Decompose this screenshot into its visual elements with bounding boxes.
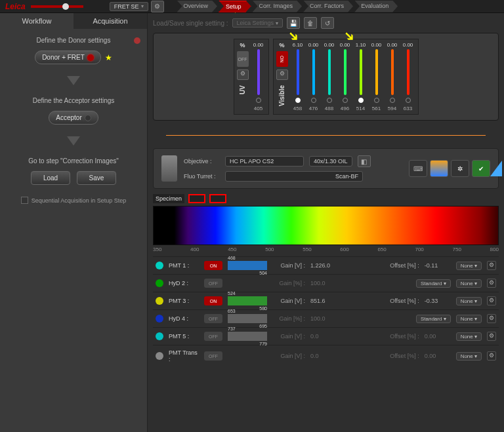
visible-toggle[interactable]: ON [276,51,288,67]
detector-none-select[interactable]: None ▾ [456,262,482,270]
detector-toggle[interactable]: ON [204,261,222,270]
laser-slider-633[interactable] [407,49,410,95]
laser-slider-458[interactable] [297,49,299,95]
wizard-tab-corr-images[interactable]: Corr. Images [253,1,303,12]
detector-toggle[interactable]: ON [204,296,222,305]
gain-value: 100.0 [310,315,343,322]
laser-slider-488[interactable] [328,49,331,95]
detector-name: HyD 2 : [169,280,199,286]
wizard-tab-corr-factors[interactable]: Corr. Factors [303,1,353,12]
detector-toggle[interactable]: OFF [204,351,222,361]
laser-slider-514[interactable] [360,49,362,95]
tab-acquisition[interactable]: Acquisition [74,13,147,29]
fluo-label: Fluo Turret : [184,173,220,180]
detector-name: PMT Trans : [169,349,199,363]
tab-workflow[interactable]: Workflow [0,13,74,29]
arrow-down-icon [67,136,80,146]
gain-label: Gain [V] : [272,353,305,359]
detector-color-icon [156,279,163,287]
visible-label: Visible [278,83,285,109]
laser-panel: ➔ ➔ % OFF ⚙ UV 0.00 405 [153,33,499,121]
leica-settings-dropdown[interactable]: Leica Settings [232,18,284,28]
mode-dropdown[interactable]: FRET SE [110,2,148,11]
offset-label: Offset [%] : [383,298,419,304]
wizard-tab-evaluation[interactable]: Evaluation [354,1,398,12]
offset-value: -0.33 [425,298,451,304]
reel-icon[interactable]: ✲ [451,160,469,177]
laser-indicator [311,98,316,103]
spectrum-display[interactable] [153,206,499,245]
detector-row: PMT 3 : ON 524 580 Gain [V] : 851.6 Offs… [153,292,499,309]
detector-mode-select[interactable]: Standard ▾ [416,279,451,288]
keyboard-icon[interactable]: ⌨ [409,160,427,177]
palette-icon[interactable] [430,160,448,177]
detector-gear-icon[interactable]: ⚙ [487,351,496,361]
save-button[interactable]: Save [77,171,116,185]
gain-label: Gain [V] : [272,262,305,269]
offset-label: Offset [%] : [383,353,419,359]
vis-settings-icon[interactable]: ⚙ [276,69,288,80]
logo: Leica [5,2,26,11]
detector-gear-icon[interactable]: ⚙ [487,279,496,288]
detector-toggle[interactable]: OFF [204,279,222,288]
visible-group: % ON ⚙ Visible 6.10 4580.00 4760.00 4880… [273,39,419,115]
seq-checkbox[interactable] [21,197,28,204]
detector-color-icon [156,262,163,269]
detector-toggle[interactable]: OFF [204,314,222,323]
detector-gear-icon[interactable]: ⚙ [487,332,496,341]
beam-path [166,135,486,136]
uv-laser-slider[interactable] [257,49,260,95]
donor-fret-button[interactable]: Donor + FRET [35,50,101,64]
uv-settings-icon[interactable]: ⚙ [237,69,249,80]
detector-toggle[interactable]: OFF [204,332,222,341]
offset-value: 0.00 [425,353,451,359]
laser-slider-476[interactable] [312,49,315,95]
star-icon: ★ [105,53,112,62]
fluo-turret-select[interactable]: Scan-BF [225,171,363,182]
donor-title: Define the Donor settings [37,37,111,44]
check-icon[interactable]: ✔ [472,160,490,177]
specimen-slot[interactable] [188,194,205,203]
detector-row: PMT 5 : OFF 737 779 Gain [V] : 0.0 Offse… [153,327,499,345]
uv-label: UV [239,83,246,97]
detector-none-select[interactable]: None ▾ [456,297,482,305]
specimen-slot[interactable] [209,194,226,203]
detector-none-select[interactable]: None ▾ [456,279,482,288]
detector-row: HyD 2 : OFF Gain [%] : 100.0 Standard ▾ … [153,274,499,292]
laser-slider-561[interactable] [375,49,378,95]
detector-gear-icon[interactable]: ⚙ [487,314,496,323]
mode-gear-icon[interactable]: ⚙ [151,1,164,12]
detector-gear-icon[interactable]: ⚙ [487,261,496,270]
acceptor-button[interactable]: Acceptor [49,111,98,125]
detector-none-select[interactable]: None ▾ [456,352,482,361]
detector-row: HyD 4 : OFF 653 695 Gain [%] : 100.0 Sta… [153,309,499,327]
info-icon[interactable] [134,37,140,44]
objective-info-icon[interactable]: ◧ [358,155,371,167]
step3-title: Go to step "Correction Images" [28,157,119,165]
top-slider[interactable] [31,5,83,8]
laser-slider-594[interactable] [391,49,394,95]
save-icon[interactable]: 💾 [287,17,300,29]
detector-gear-icon[interactable]: ⚙ [487,296,496,305]
wizard-tabs: OverviewSetupCorr. ImagesCorr. FactorsEv… [177,1,398,12]
undo-icon[interactable]: ↺ [321,17,334,29]
wizard-tab-overview[interactable]: Overview [177,1,218,12]
gain-label: Gain [%] : [272,315,305,322]
objective-name-select[interactable]: HC PL APO CS2 [225,156,304,167]
main-content: Load/Save single setting : Leica Setting… [148,13,504,432]
loadsave-label: Load/Save single setting : [153,20,228,27]
uv-toggle[interactable]: OFF [237,51,249,67]
specimen-label: Specimen [153,194,184,203]
laser-slider-496[interactable] [344,49,346,95]
gain-label: Gain [%] : [272,280,305,286]
detector-mode-select[interactable]: Standard ▾ [416,315,451,323]
detector-row: PMT 1 : ON 468 504 Gain [V] : 1.226.0 Of… [153,256,499,274]
objective-label: Objective : [184,158,220,165]
load-button[interactable]: Load [31,171,70,185]
delete-icon[interactable]: 🗑 [304,17,317,29]
detector-color-icon [156,352,163,360]
detector-none-select[interactable]: None ▾ [456,332,482,341]
prism-icon [490,161,502,176]
detector-none-select[interactable]: None ▾ [456,315,482,323]
objective-mag-select[interactable]: 40x/1.30 OIL [309,156,352,167]
